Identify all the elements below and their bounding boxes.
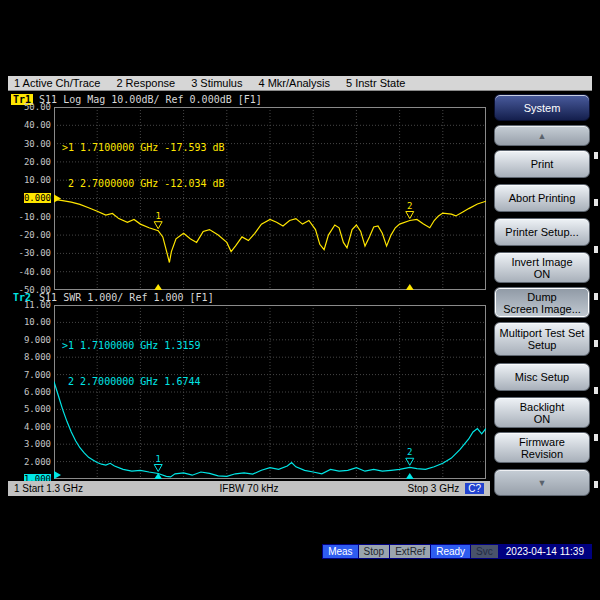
svg-text:1: 1 [155, 454, 160, 464]
trace1-marker-readout: >1 1.7100000 GHz -17.593 dB 2 2.7000000 … [62, 118, 225, 214]
bezel-tick [594, 387, 598, 394]
bezel-tick [594, 340, 598, 347]
instrument-status-bar: Meas Stop ExtRef Ready Svc 2023-04-14 11… [8, 544, 592, 559]
trace2-marker1-readout: >1 1.7100000 GHz 1.3159 [62, 340, 200, 352]
softkey-printer-setup[interactable]: Printer Setup... [494, 218, 590, 246]
trace2-settings: S11 SWR 1.000/ Ref 1.000 [F1] [39, 292, 214, 303]
y-tick-label: 11.00 [24, 300, 51, 310]
menu-active-ch-trace[interactable]: 1 Active Ch/Trace [14, 77, 100, 89]
softkey-menu-title-system: System [494, 94, 590, 121]
status-meas: Meas [323, 545, 357, 558]
bezel-tick [594, 246, 598, 253]
softkey-print[interactable]: Print [494, 150, 590, 178]
softkey-firmware-label1: Firmware [519, 436, 565, 448]
bezel-tick [594, 434, 598, 441]
y-tick-label: 40.00 [24, 120, 51, 130]
menu-response[interactable]: 2 Response [116, 77, 175, 89]
bezel-tick [594, 152, 598, 159]
softkey-invert-image-label: Invert Image [511, 256, 572, 268]
trace2-marker-readout: >1 1.7100000 GHz 1.3159 2 2.7000000 GHz … [62, 316, 200, 412]
softkey-multiport-test-set-setup[interactable]: Multiport Test Set Setup [494, 322, 590, 356]
softkey-invert-image[interactable]: Invert Image ON [494, 252, 590, 283]
trace2-y-axis: 11.00 10.00 9.000 8.000 7.000 6.000 5.00… [8, 300, 51, 484]
y-tick-label: 6.000 [24, 387, 51, 397]
softkey-abort-printing[interactable]: Abort Printing [494, 184, 590, 212]
softkey-dump-screen-image-label1: Dump [527, 291, 556, 303]
stop-frequency: Stop 3 GHz [408, 483, 460, 494]
y-tick-label: -20.00 [18, 230, 51, 240]
softkey-backlight-label: Backlight [520, 401, 565, 413]
instrument-status-group: Meas Stop ExtRef Ready Svc 2023-04-14 11… [322, 544, 592, 559]
y-tick-label: -10.00 [18, 212, 51, 222]
menu-instr-state[interactable]: 5 Instr State [346, 77, 405, 89]
softkey-backlight-state: ON [534, 413, 551, 425]
y-tick-label: 9.000 [24, 335, 51, 345]
trace1-y-axis: 50.00 40.00 30.00 20.00 10.00 0.000 -10.… [8, 102, 51, 295]
y-tick-label: 8.000 [24, 352, 51, 362]
cal-status-badge: C? [465, 483, 484, 494]
status-stop: Stop [359, 545, 390, 558]
y-tick-label: -30.00 [18, 248, 51, 258]
start-frequency: 1 Start 1.3 GHz [14, 483, 83, 494]
trace1-settings: S11 Log Mag 10.00dB/ Ref 0.000dB [F1] [39, 94, 262, 105]
y-tick-label: 10.00 [24, 317, 51, 327]
status-datetime: 2023-04-14 11:39 [499, 545, 591, 558]
y-tick-label: 4.000 [24, 422, 51, 432]
softkey-multiport-label2: Setup [528, 339, 557, 351]
status-extref: ExtRef [390, 545, 430, 558]
softkey-backlight[interactable]: Backlight ON [494, 397, 590, 428]
menu-stimulus[interactable]: 3 Stimulus [191, 77, 242, 89]
y-tick-label: 20.00 [24, 157, 51, 167]
softkey-scroll-down[interactable]: ▼ [494, 469, 590, 496]
arrow-up-icon: ▲ [538, 130, 547, 142]
status-svc: Svc [471, 545, 498, 558]
softkey-multiport-label1: Multiport Test Set [500, 327, 585, 339]
vna-screen: 1 Active Ch/Trace 2 Response 3 Stimulus … [0, 0, 600, 600]
softkey-dump-screen-image-label2: Screen Image... [503, 303, 581, 315]
y-tick-label: 7.000 [24, 370, 51, 380]
stimulus-bar: 1 Start 1.3 GHz IFBW 70 kHz Stop 3 GHz C… [8, 481, 490, 496]
bezel-tick [594, 481, 598, 488]
y-tick-label: 3.000 [24, 439, 51, 449]
y-tick-label: 10.00 [24, 175, 51, 185]
softkey-invert-image-state: ON [534, 268, 551, 280]
trace2-marker2-readout: 2 2.7000000 GHz 1.6744 [62, 376, 200, 388]
softkey-dump-screen-image[interactable]: Dump Screen Image... [494, 287, 590, 318]
svg-text:2: 2 [407, 447, 412, 457]
bezel-tick [594, 293, 598, 300]
trace1-ref-level-label: 0.000 [24, 193, 51, 203]
trace1-marker1-readout: >1 1.7100000 GHz -17.593 dB [62, 142, 225, 154]
status-ready: Ready [431, 545, 470, 558]
menu-bar: 1 Active Ch/Trace 2 Response 3 Stimulus … [8, 76, 592, 91]
y-tick-label: 50.00 [24, 102, 51, 112]
svg-text:2: 2 [407, 201, 412, 211]
y-tick-label: 2.000 [24, 457, 51, 467]
softkey-firmware-revision[interactable]: Firmware Revision [494, 432, 590, 463]
softkey-misc-setup[interactable]: Misc Setup [494, 363, 590, 391]
y-tick-label: -40.00 [18, 267, 51, 277]
arrow-down-icon: ▼ [538, 477, 547, 489]
bezel-tick [594, 199, 598, 206]
menu-mkr-analysis[interactable]: 4 Mkr/Analysis [258, 77, 330, 89]
y-tick-label: 5.000 [24, 404, 51, 414]
y-tick-label: 30.00 [24, 139, 51, 149]
softkey-scroll-up[interactable]: ▲ [494, 125, 590, 146]
trace1-marker2-readout: 2 2.7000000 GHz -12.034 dB [62, 178, 225, 190]
softkey-firmware-label2: Revision [521, 448, 563, 460]
